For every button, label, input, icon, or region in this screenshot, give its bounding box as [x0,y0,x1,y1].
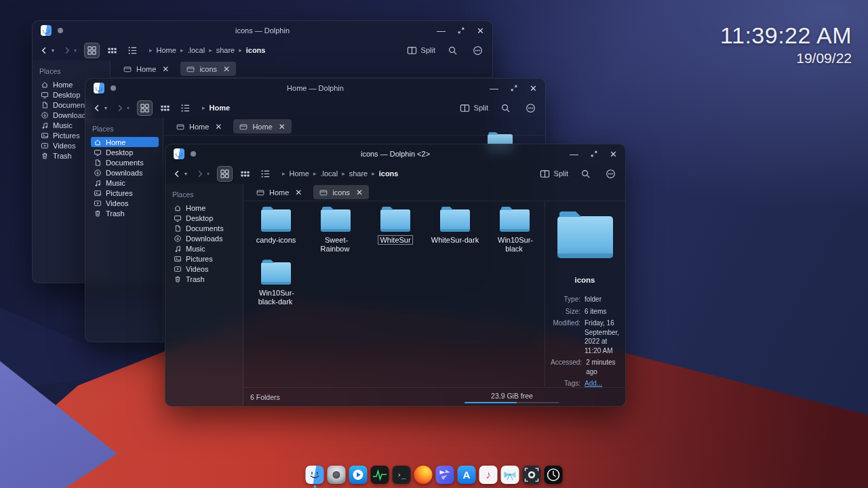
terminal-icon[interactable] [393,466,411,484]
forward-history-caret-icon[interactable]: ▾ [127,105,130,111]
place-item[interactable]: Home [171,203,239,213]
forward-history-caret-icon[interactable]: ▾ [74,47,77,54]
compact-view-button[interactable] [104,43,120,58]
place-item[interactable]: Trash [171,274,239,284]
place-item[interactable]: Music [171,243,239,253]
back-history-caret-icon[interactable]: ▾ [52,47,54,54]
folder-icon[interactable] [321,209,351,232]
breadcrumb-segment[interactable]: ▸icons [239,46,265,54]
split-button[interactable]: Split [460,103,488,113]
search-button[interactable] [578,166,593,182]
folder-icon[interactable] [500,209,530,232]
app-store-icon[interactable] [458,466,476,484]
place-item[interactable]: Pictures [91,188,159,198]
tab[interactable]: icons✕ [313,185,369,199]
search-button[interactable] [498,100,513,116]
place-item[interactable]: Videos [171,264,239,274]
gift-wrap-app-icon[interactable] [501,466,519,484]
folder-icon[interactable] [380,209,410,232]
titlebar[interactable]: Home — Dolphin — ✕ [85,79,545,98]
forward-button[interactable]: ▾ [195,169,210,179]
place-item[interactable]: Home [91,137,159,147]
minimize-button[interactable]: — [490,84,498,93]
breadcrumb-segment[interactable]: ▸.local [180,46,205,54]
folder-item[interactable]: Sweet-Rainbow [306,207,366,253]
media-player-icon[interactable] [349,466,368,484]
place-item[interactable]: Documents [171,223,239,233]
breadcrumb-segment[interactable]: ▸share [209,46,235,54]
close-button[interactable]: ✕ [610,150,617,159]
maximize-button[interactable] [590,150,598,158]
icons-view-button[interactable] [217,166,233,182]
place-item[interactable]: Downloads [171,233,239,243]
back-button[interactable]: ▾ [39,45,54,56]
split-button[interactable]: Split [540,169,568,179]
place-item[interactable]: Music [91,178,159,188]
place-item[interactable]: Downloads [91,167,159,178]
clock-app-icon[interactable] [545,466,563,484]
folder-item[interactable]: WhiteSur-dark [425,207,485,253]
search-button[interactable] [445,43,460,58]
details-view-button[interactable] [258,166,273,182]
tab[interactable]: Home✕ [250,185,308,199]
breadcrumb-segment[interactable]: ▸Home [282,169,309,178]
back-button[interactable]: ▾ [172,169,187,179]
forward-history-caret-icon[interactable]: ▾ [207,171,210,177]
place-item[interactable]: Videos [91,198,159,208]
place-item[interactable]: Documents [91,157,159,167]
tab[interactable]: Home✕ [233,119,291,134]
breadcrumb-segment[interactable]: ▸Home [149,46,176,54]
forward-button[interactable]: ▾ [62,45,77,56]
tab-close-icon[interactable]: ✕ [215,122,222,131]
compact-view-button[interactable] [237,166,253,182]
tab-close-icon[interactable]: ✕ [279,122,285,131]
video-editor-icon[interactable] [436,466,454,484]
back-history-caret-icon[interactable]: ▾ [184,171,187,177]
icons-view-button[interactable] [84,43,100,58]
close-button[interactable]: ✕ [477,26,484,35]
details-view-button[interactable] [125,43,140,58]
close-button[interactable]: ✕ [530,84,537,93]
hamburger-menu-button[interactable] [603,166,618,182]
firefox-icon[interactable] [414,466,433,484]
folder-item[interactable]: Win10Sur-black [485,207,545,253]
place-item[interactable]: Trash [91,208,159,218]
tab[interactable]: icons✕ [180,62,236,76]
folder-icon[interactable] [261,262,291,285]
split-button[interactable]: Split [407,45,435,56]
minimize-button[interactable]: — [437,26,446,35]
tab[interactable]: Home✕ [170,119,228,134]
titlebar[interactable]: icons — Dolphin <2> — ✕ [165,144,625,163]
place-item[interactable]: Desktop [91,147,159,157]
folder-view[interactable]: candy-iconsSweet-RainbowWhiteSurWhiteSur… [243,201,545,387]
system-settings-icon[interactable] [328,466,346,484]
music-app-icon[interactable] [479,466,498,484]
folder-item[interactable]: candy-icons [246,207,306,253]
place-item[interactable]: Desktop [171,213,239,223]
details-view-button[interactable] [178,100,193,116]
dolphin-file-manager-icon[interactable] [306,466,324,484]
icons-view-button[interactable] [137,100,153,116]
maximize-button[interactable] [510,84,518,92]
tab-close-icon[interactable]: ✕ [356,188,363,197]
back-history-caret-icon[interactable]: ▾ [104,105,107,111]
tab-close-icon[interactable]: ✕ [162,64,169,74]
system-monitor-icon[interactable] [371,466,389,484]
folder-icon[interactable] [440,209,470,232]
screenshot-tool-icon[interactable] [523,466,541,484]
breadcrumb-segment[interactable]: ▸.local [313,169,338,178]
breadcrumb-segment[interactable]: ▸icons [372,169,398,178]
minimize-button[interactable]: — [570,150,578,159]
forward-button[interactable]: ▾ [115,103,130,113]
breadcrumb-segment[interactable]: ▸Home [202,104,230,112]
dolphin-window-front[interactable]: icons — Dolphin <2> — ✕ ▾ ▾ ▸Home▸.local… [165,144,626,407]
tab-close-icon[interactable]: ✕ [223,64,230,74]
tab-close-icon[interactable]: ✕ [295,188,302,197]
place-item[interactable]: Pictures [171,253,239,264]
folder-item[interactable]: Win10Sur-black-dark [246,260,306,306]
maximize-button[interactable] [457,26,465,35]
breadcrumb-segment[interactable]: ▸share [342,169,368,178]
titlebar[interactable]: icons — Dolphin — ✕ [33,21,492,40]
back-button[interactable]: ▾ [92,103,107,113]
hamburger-menu-button[interactable] [523,100,538,116]
